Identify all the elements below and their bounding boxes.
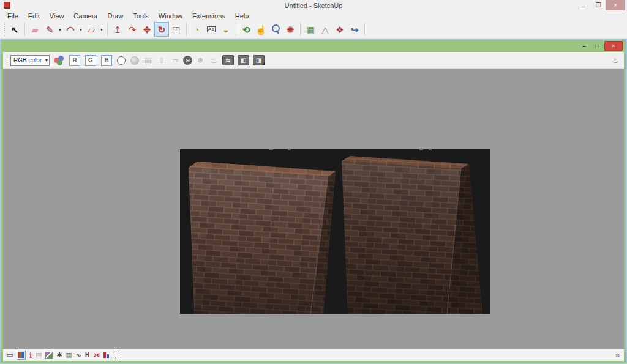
menu-bar: File Edit View Camera Draw Tools Window … <box>0 10 627 21</box>
image-view-toggle[interactable] <box>17 351 26 360</box>
toolbar-separator <box>300 23 301 36</box>
viewer-minimize-button[interactable]: – <box>579 42 590 50</box>
viewer-statusbar: ▭ i ▤ ✱ ▥ ∿ H ⋈ » <box>3 349 624 361</box>
viewer-content: RGB color ▾ R G B ▤ ⇧ ▱ ⊗ ❅ ♨ ⇆ <box>3 52 624 361</box>
rectangle-tool[interactable]: ▱ <box>84 22 99 37</box>
menu-draw[interactable]: Draw <box>102 12 128 20</box>
photo-textures-tool[interactable]: ❖ <box>332 22 347 37</box>
minimize-button[interactable]: – <box>576 0 591 10</box>
window-view-icon[interactable]: ▭ <box>7 352 13 358</box>
color-wheel-icon[interactable] <box>53 55 64 65</box>
histogram-icon[interactable]: H <box>85 352 89 358</box>
toolbar-separator <box>236 23 236 36</box>
scale-tool[interactable]: ◳ <box>169 22 184 37</box>
print-icon[interactable]: ▤ <box>36 352 42 358</box>
white-sphere-button[interactable] <box>117 56 126 65</box>
main-toolbar: ↖ ▰ ✎ ▾ ◠ ▾ ▱ ▾ ↥ ↷ ✥ ↻ ◳ ◔ A1 ◒ ⟲ ☝ ✺ ▦… <box>0 21 627 39</box>
push-pull-tool[interactable]: ↥ <box>110 22 125 37</box>
toolbar-separator <box>364 23 365 36</box>
film-strip-icon[interactable]: ▥ <box>66 352 72 358</box>
save-icon[interactable]: ▤ <box>143 56 154 65</box>
arc-tool-dropdown[interactable]: ▾ <box>78 27 84 32</box>
red-channel-button[interactable]: R <box>69 55 80 66</box>
viewer-titlebar[interactable]: – □ × <box>3 40 624 52</box>
bowtie-icon[interactable]: ⋈ <box>93 352 100 358</box>
globe-icon[interactable]: ⊗ <box>183 56 192 65</box>
curves-icon[interactable]: ∿ <box>76 352 81 358</box>
color-wheel-green-dot <box>57 60 62 65</box>
viewer-close-button[interactable]: × <box>604 41 623 51</box>
compare-views-button[interactable]: ⇆ <box>222 55 234 65</box>
render-viewer-window: – □ × RGB color ▾ R G B <box>1 40 626 363</box>
green-channel-button[interactable]: G <box>85 55 96 66</box>
split-view-b-menu-button[interactable]: ◨ <box>253 55 265 65</box>
text-tool[interactable]: A1 <box>204 22 219 37</box>
add-location-tool[interactable]: ▦ <box>303 22 318 37</box>
info-icon[interactable]: i <box>29 352 31 359</box>
settings-gear-icon[interactable]: ✱ <box>56 352 62 358</box>
blue-channel-button[interactable]: B <box>101 55 112 66</box>
toolbar-separator <box>107 23 108 36</box>
close-button[interactable]: × <box>606 0 625 10</box>
menu-window[interactable]: Window <box>154 12 187 20</box>
menu-camera[interactable]: Camera <box>69 12 102 20</box>
viewer-maximize-button[interactable]: □ <box>591 42 603 50</box>
viewer-toolbar-grip[interactable] <box>6 55 8 66</box>
gradient-icon[interactable] <box>45 352 53 359</box>
menu-help[interactable]: Help <box>230 12 254 20</box>
viewer-canvas <box>3 69 624 349</box>
zoom-extents-tool[interactable]: ✺ <box>283 22 298 37</box>
paint-bucket-tool[interactable]: ◒ <box>219 22 233 37</box>
main-titlebar[interactable]: Untitled - SketchUp – ❐ × <box>0 0 627 10</box>
viewer-toolbar: RGB color ▾ R G B ▤ ⇧ ▱ ⊗ ❅ ♨ ⇆ <box>3 53 624 69</box>
menu-file[interactable]: File <box>2 12 23 20</box>
snowflake-cursor-icon[interactable]: ❅ <box>195 56 206 65</box>
arc-tool[interactable]: ◠ <box>63 22 78 37</box>
pan-tool[interactable]: ☝ <box>253 22 268 37</box>
toolbar-separator <box>24 23 25 36</box>
left-brick-wall <box>189 162 336 314</box>
eraser-tool[interactable]: ▰ <box>28 22 42 37</box>
menu-extensions[interactable]: Extensions <box>187 12 230 20</box>
window-title: Untitled - SketchUp <box>0 2 627 9</box>
zoom-tool[interactable] <box>268 22 283 37</box>
sketchup-logo-icon <box>4 2 10 9</box>
folder-icon[interactable]: ▱ <box>170 56 181 65</box>
expand-chevron-icon[interactable]: » <box>615 353 622 357</box>
rectangle-tool-dropdown[interactable]: ▾ <box>99 27 105 32</box>
teapot-icon[interactable]: ♨ <box>208 56 219 65</box>
rotate-tool[interactable]: ↻ <box>154 22 169 37</box>
selection-region-icon[interactable] <box>113 352 119 358</box>
channel-dropdown[interactable]: RGB color ▾ <box>10 55 50 66</box>
follow-me-tool[interactable]: ↷ <box>125 22 140 37</box>
render-teapot-icon[interactable]: ♨ <box>610 56 621 65</box>
menu-view[interactable]: View <box>45 12 69 20</box>
window-controls: – ❐ × <box>576 0 625 10</box>
right-brick-wall <box>342 156 482 314</box>
move-tool[interactable]: ✥ <box>140 22 154 37</box>
menu-edit[interactable]: Edit <box>23 12 45 20</box>
chevron-down-icon: ▾ <box>45 58 48 63</box>
line-tool-dropdown[interactable]: ▾ <box>57 27 63 32</box>
client-area: – □ × RGB color ▾ R G B <box>0 39 627 364</box>
tape-measure-tool[interactable]: ◔ <box>189 22 204 37</box>
render-image <box>180 149 490 314</box>
toolbar-separator <box>186 23 187 36</box>
select-tool[interactable]: ↖ <box>7 22 22 37</box>
toolbar-grip[interactable] <box>3 23 6 36</box>
export-icon[interactable]: ⇧ <box>156 56 167 65</box>
channel-dropdown-value: RGB color <box>13 57 42 64</box>
restore-button[interactable]: ❐ <box>591 0 606 10</box>
menu-tools[interactable]: Tools <box>128 12 154 20</box>
channels-icon[interactable] <box>103 352 109 358</box>
toggle-terrain-tool[interactable]: △ <box>318 22 332 37</box>
orbit-tool[interactable]: ⟲ <box>239 22 253 37</box>
send-to-layout-tool[interactable]: ↪ <box>347 22 362 37</box>
split-view-a-button[interactable]: ◧ <box>238 55 249 65</box>
image-icon <box>18 352 24 358</box>
text-tool-icon: A1 <box>207 26 216 32</box>
gray-sphere-button[interactable] <box>130 56 139 65</box>
line-tool[interactable]: ✎ <box>42 22 57 37</box>
